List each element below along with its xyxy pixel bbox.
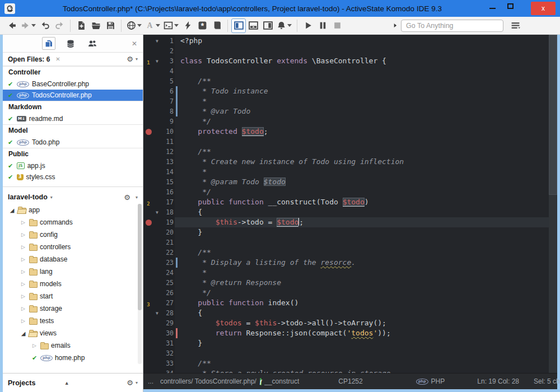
code-line-16[interactable]: 16 */	[143, 187, 557, 197]
tree-item-controllers[interactable]: ▷controllers	[3, 241, 143, 253]
editor-gutter[interactable]: ▼18	[143, 207, 175, 217]
open-file-item[interactable]: ✔phpTodo.php	[3, 137, 143, 148]
code-text[interactable]: */	[180, 288, 557, 298]
minimize-button[interactable]	[489, 3, 500, 13]
tree-item-config[interactable]: ▷config	[3, 228, 143, 241]
code-line-15[interactable]: 15 * @param Todo $todo	[143, 177, 557, 187]
editor-gutter[interactable]: 1▼3	[143, 56, 175, 66]
code-text[interactable]: * Create new instance of Todo using infl…	[180, 157, 557, 167]
code-text[interactable]: /**	[180, 248, 557, 258]
code-line-7[interactable]: 7 *	[143, 96, 557, 106]
code-line-14[interactable]: 14 *	[143, 167, 557, 177]
editor-gutter[interactable]: 34	[143, 368, 175, 373]
unified-menu-button[interactable]	[508, 18, 522, 33]
code-text[interactable]: * Display a listing of the resorce.	[180, 258, 557, 268]
editor-gutter[interactable]: 12	[143, 147, 175, 157]
code-text[interactable]: /**	[180, 76, 557, 86]
editor-gutter[interactable]: 16	[143, 187, 175, 197]
code-line-3[interactable]: 1▼3class TodosController extends \BaseCo…	[143, 56, 557, 66]
code-text[interactable]	[180, 137, 557, 147]
code-text[interactable]: * Todo instance	[180, 86, 557, 96]
go-to-anything-input[interactable]	[401, 20, 503, 32]
sidebar-scrollbar[interactable]	[138, 204, 142, 364]
editor-gutter[interactable]: 8	[143, 106, 175, 116]
new-file-button[interactable]	[74, 18, 88, 33]
code-line-26[interactable]: 26 */	[143, 288, 557, 298]
code-text[interactable]	[180, 348, 557, 358]
editor-gutter[interactable]: 2	[143, 46, 175, 56]
code-line-13[interactable]: 13 * Create new instance of Todo using i…	[143, 157, 557, 167]
chevron-collapsed-icon[interactable]: ▷	[20, 281, 27, 287]
code-text[interactable]: /**	[180, 358, 557, 368]
documentation-button[interactable]	[209, 18, 224, 33]
fold-arrow-icon[interactable]: ▼	[153, 59, 161, 64]
project-gear-icon[interactable]: ⚙	[124, 194, 130, 201]
tree-item-emails[interactable]: ▷emails	[3, 339, 143, 352]
fold-arrow-icon[interactable]: ▼	[153, 210, 161, 215]
code-line-4[interactable]: 4	[143, 66, 557, 76]
code-line-6[interactable]: 6 * Todo instance	[143, 86, 557, 96]
code-line-19[interactable]: 19 $this->todo = $todo;	[143, 217, 557, 227]
code-line-33[interactable]: 33 /**	[143, 358, 557, 368]
databases-tab[interactable]	[64, 37, 77, 50]
code-text[interactable]: $todos = $this->todo->all()->toArray();	[180, 318, 557, 328]
forward-button[interactable]	[19, 18, 38, 33]
code-line-10[interactable]: 10 protected $todo;	[143, 127, 557, 137]
code-line-21[interactable]: 21	[143, 237, 557, 248]
open-files-tab[interactable]	[42, 37, 55, 50]
code-line-11[interactable]: 11	[143, 137, 557, 147]
debug-pause-button[interactable]	[315, 18, 330, 33]
redo-button[interactable]	[52, 18, 67, 33]
code-text[interactable]: *	[180, 167, 557, 177]
editor-gutter[interactable]: 217	[143, 197, 175, 207]
tree-item-lang[interactable]: ▷lang	[3, 265, 143, 278]
tree-item-storage[interactable]: ▷storage	[3, 302, 143, 315]
tree-item-tests[interactable]: ▷tests	[3, 315, 143, 327]
maximize-button[interactable]	[507, 3, 517, 13]
code-text[interactable]: <?php	[180, 36, 557, 46]
chevron-collapsed-icon[interactable]: ▷	[20, 256, 27, 262]
breakpoint-icon[interactable]	[146, 220, 152, 226]
editor-gutter[interactable]: 23	[143, 258, 175, 268]
editor-gutter[interactable]: 25	[143, 278, 175, 288]
toggle-bottom-pane-button[interactable]	[246, 18, 260, 33]
code-text[interactable]: return Response::json(compact('todos'));	[180, 328, 557, 338]
toggle-left-pane-button[interactable]	[231, 18, 246, 33]
editor-gutter[interactable]: 26	[143, 288, 175, 298]
open-file-item[interactable]: ✔phpBaseController.php	[3, 78, 143, 90]
editor-gutter[interactable]: 22	[143, 248, 175, 258]
chevron-collapsed-icon[interactable]: ▷	[20, 293, 27, 299]
collaboration-tab[interactable]	[86, 37, 99, 50]
code-line-17[interactable]: 217 public function __construct(Todo $to…	[143, 197, 557, 207]
statusbar-breadcrumb[interactable]: controllers/ TodosController.php/	[160, 377, 256, 385]
code-line-23[interactable]: 23 * Display a listing of the resorce.	[143, 258, 557, 268]
editor-gutter[interactable]: 13	[143, 157, 175, 167]
code-line-29[interactable]: 29 $todos = $this->todo->all()->toArray(…	[143, 318, 557, 328]
code-text[interactable]: public function index()	[180, 298, 557, 308]
tree-item-app[interactable]: ◢app	[3, 204, 143, 216]
code-text[interactable]: *	[180, 96, 557, 106]
editor-gutter[interactable]: 24	[143, 268, 175, 278]
project-header[interactable]: laravel-todo ▾ ⚙ ▾	[3, 190, 143, 204]
chevron-expanded-icon[interactable]: ◢	[20, 330, 27, 337]
run-command-button[interactable]	[180, 18, 195, 33]
undo-button[interactable]	[38, 18, 52, 33]
code-text[interactable]	[180, 46, 557, 56]
sidebar-scrollbar-thumb[interactable]	[138, 204, 142, 310]
code-line-1[interactable]: ▼1<?php	[143, 36, 557, 46]
open-file-item[interactable]: ✔3styles.css	[3, 171, 143, 183]
chevron-collapsed-icon[interactable]: ▷	[20, 220, 27, 225]
code-line-8[interactable]: 8 * @var Todo	[143, 106, 557, 116]
tree-item-commands[interactable]: ▷commands	[3, 216, 143, 228]
editor-gutter[interactable]: 31	[143, 338, 175, 348]
font-button[interactable]: A	[143, 18, 162, 33]
terminal-button[interactable]	[162, 18, 180, 33]
code-line-31[interactable]: 31 }	[143, 338, 557, 348]
code-text[interactable]: */	[180, 116, 557, 127]
editor-gutter[interactable]: 9	[143, 116, 175, 127]
chevron-collapsed-icon[interactable]: ▷	[20, 306, 27, 311]
code-line-2[interactable]: 2	[143, 46, 557, 56]
code-text[interactable]: {	[180, 308, 557, 318]
chevron-collapsed-icon[interactable]: ▷	[20, 269, 27, 274]
statusbar-selection-info[interactable]: Sel: 5 ch, 1 ln	[534, 377, 560, 385]
